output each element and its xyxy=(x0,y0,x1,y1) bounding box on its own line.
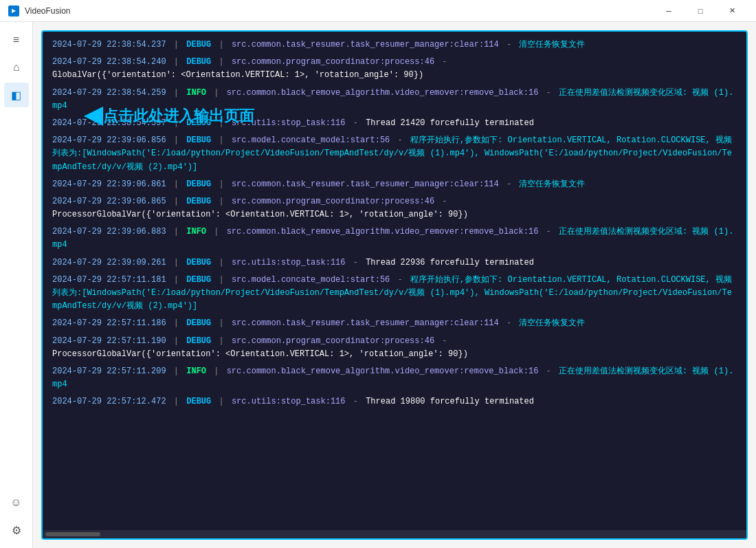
title-bar-left: VideoFusion xyxy=(8,6,653,17)
log-entry: 2024-07-29 22:38:54.597 | DEBUG | src.ut… xyxy=(52,117,737,130)
log-source: src.utils:stop_task:116 xyxy=(232,258,346,267)
log-source: src.common.black_remove_algorithm.video_… xyxy=(227,227,539,237)
log-entry: 2024-07-29 22:38:54.240 | DEBUG | src.co… xyxy=(52,56,737,82)
log-source: src.common.black_remove_algorithm.video_… xyxy=(227,88,539,98)
log-timestamp: 2024-07-29 22:39:06.883 xyxy=(52,227,166,237)
log-level: DEBUG xyxy=(186,258,211,267)
log-timestamp: 2024-07-29 22:39:06.856 xyxy=(52,135,166,145)
log-timestamp: 2024-07-29 22:38:54.259 xyxy=(52,88,166,98)
log-timestamp: 2024-07-29 22:57:11.186 xyxy=(52,318,166,328)
log-message: Thread 21420 forcefully terminated xyxy=(366,118,534,128)
log-entry: 2024-07-29 22:38:54.237 | DEBUG | src.co… xyxy=(52,39,737,52)
log-message: GlobalVar({'orientation': <Orientation.V… xyxy=(52,70,423,80)
log-timestamp: 2024-07-29 22:57:11.209 xyxy=(52,366,166,376)
minimize-button[interactable]: ─ xyxy=(653,0,685,22)
log-message: 清空任务恢复文件 xyxy=(519,40,585,50)
log-entry: 2024-07-29 22:57:11.190 | DEBUG | src.co… xyxy=(52,335,737,361)
log-entry: 2024-07-29 22:39:09.261 | DEBUG | src.ut… xyxy=(52,256,737,270)
log-source: src.common.task_resumer.task_resumer_man… xyxy=(232,318,499,328)
log-source: src.common.task_resumer.task_resumer_man… xyxy=(232,40,499,50)
log-entry: 2024-07-29 22:39:06.861 | DEBUG | src.co… xyxy=(52,178,737,191)
log-level: DEBUG xyxy=(186,179,211,189)
log-source: src.model.concate_model:start:56 xyxy=(232,135,390,145)
log-entry: 2024-07-29 22:38:54.259 | INFO | src.com… xyxy=(52,87,737,113)
content-area: 点击此处进入输出页面 2024-07-29 22:38:54.237 | DEB… xyxy=(33,22,756,548)
log-message: Thread 22936 forcefully terminated xyxy=(366,258,534,267)
sidebar-item-output[interactable]: ◧ xyxy=(4,83,29,107)
log-content[interactable]: 2024-07-29 22:38:54.237 | DEBUG | src.co… xyxy=(43,32,746,530)
log-level: DEBUG xyxy=(186,135,211,145)
log-entry: 2024-07-29 22:57:12.472 | DEBUG | src.ut… xyxy=(52,395,737,408)
app-icon xyxy=(8,6,19,17)
log-panel: 点击此处进入输出页面 2024-07-29 22:38:54.237 | DEB… xyxy=(41,30,748,540)
window-controls: ─ □ ✕ xyxy=(653,0,748,22)
log-entry: 2024-07-29 22:39:06.883 | INFO | src.com… xyxy=(52,226,737,252)
log-level: INFO xyxy=(186,366,206,376)
main-layout: ≡ ⌂ ◧ ☺ ⚙ 点击此处进入输出页面 2024-07-29 22:38:54… xyxy=(0,22,756,548)
log-level: DEBUG xyxy=(186,275,211,285)
title-bar: VideoFusion ─ □ ✕ xyxy=(0,0,756,22)
sidebar-item-menu[interactable]: ≡ xyxy=(4,28,29,52)
log-source: src.common.program_coordinator:process:4… xyxy=(232,336,434,346)
sidebar: ≡ ⌂ ◧ ☺ ⚙ xyxy=(0,22,33,548)
log-level: DEBUG xyxy=(186,40,211,50)
log-source: src.model.concate_model:start:56 xyxy=(232,275,390,285)
log-source: src.common.black_remove_algorithm.video_… xyxy=(227,366,539,376)
log-entry: 2024-07-29 22:57:11.186 | DEBUG | src.co… xyxy=(52,317,737,330)
app-title: VideoFusion xyxy=(25,6,71,16)
log-level: DEBUG xyxy=(186,397,211,406)
log-source: src.common.program_coordinator:process:4… xyxy=(232,197,434,206)
log-level: DEBUG xyxy=(186,118,211,128)
log-level: DEBUG xyxy=(186,318,211,328)
log-source: src.common.task_resumer.task_resumer_man… xyxy=(232,179,499,189)
log-scrollbar[interactable] xyxy=(43,530,746,538)
log-source: src.common.program_coordinator:process:4… xyxy=(232,57,434,67)
log-level: DEBUG xyxy=(186,336,211,346)
log-entry: 2024-07-29 22:57:11.181 | DEBUG | src.mo… xyxy=(52,274,737,314)
log-timestamp: 2024-07-29 22:57:11.181 xyxy=(52,275,166,285)
maximize-button[interactable]: □ xyxy=(685,0,716,22)
log-message: ProcessorGlobalVar({'orientation': <Orie… xyxy=(52,349,468,359)
log-level: DEBUG xyxy=(186,57,211,67)
log-scrollbar-thumb[interactable] xyxy=(45,532,100,536)
close-button[interactable]: ✕ xyxy=(716,0,748,22)
log-timestamp: 2024-07-29 22:57:11.190 xyxy=(52,336,166,346)
log-timestamp: 2024-07-29 22:38:54.240 xyxy=(52,57,166,67)
log-source: src.utils:stop_task:116 xyxy=(232,118,346,128)
log-message: 清空任务恢复文件 xyxy=(519,179,585,189)
log-timestamp: 2024-07-29 22:38:54.237 xyxy=(52,40,166,50)
log-message: ProcessorGlobalVar({'orientation': <Orie… xyxy=(52,210,468,219)
sidebar-item-settings[interactable]: ⚙ xyxy=(4,518,29,542)
log-timestamp: 2024-07-29 22:39:06.861 xyxy=(52,179,166,189)
log-level: DEBUG xyxy=(186,197,211,206)
sidebar-item-home[interactable]: ⌂ xyxy=(4,55,29,80)
log-level: INFO xyxy=(186,227,206,237)
log-message: Thread 19800 forcefully terminated xyxy=(366,397,534,406)
log-entry: 2024-07-29 22:39:06.856 | DEBUG | src.mo… xyxy=(52,134,737,174)
sidebar-item-user[interactable]: ☺ xyxy=(4,490,29,515)
log-entry: 2024-07-29 22:39:06.865 | DEBUG | src.co… xyxy=(52,195,737,221)
log-timestamp: 2024-07-29 22:38:54.597 xyxy=(52,118,166,128)
log-level: INFO xyxy=(186,88,206,98)
log-entry: 2024-07-29 22:57:11.209 | INFO | src.com… xyxy=(52,365,737,391)
log-timestamp: 2024-07-29 22:57:12.472 xyxy=(52,397,166,406)
log-source: src.utils:stop_task:116 xyxy=(232,397,346,406)
log-message: 清空任务恢复文件 xyxy=(519,318,585,328)
log-timestamp: 2024-07-29 22:39:09.261 xyxy=(52,258,166,267)
log-timestamp: 2024-07-29 22:39:06.865 xyxy=(52,197,166,206)
